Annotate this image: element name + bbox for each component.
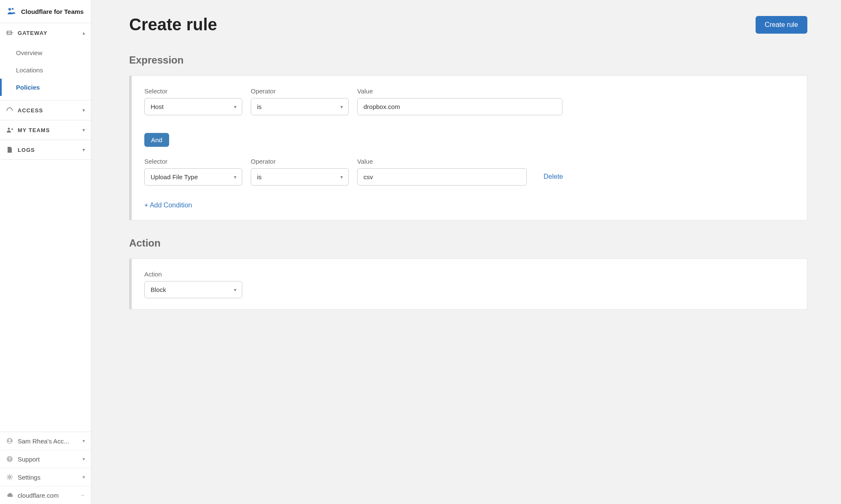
user-icon xyxy=(6,437,13,445)
operator-value-1: is xyxy=(251,98,349,115)
action-select[interactable]: Block xyxy=(144,281,242,298)
nav-header-logs[interactable]: LOGS ▾ xyxy=(0,140,91,159)
sidebar-item-overview[interactable]: Overview xyxy=(0,44,91,61)
nav-section-access: ACCESS ▾ xyxy=(0,101,91,120)
chevron-down-icon: ▾ xyxy=(82,456,85,462)
nav-section-myteams: MY TEAMS ▾ xyxy=(0,120,91,140)
brand-title: Cloudflare for Teams xyxy=(21,8,84,15)
expression-row-1: Selector Host Operator is Value xyxy=(144,88,794,115)
svg-point-10 xyxy=(9,439,11,441)
page-title: Create rule xyxy=(129,15,217,34)
chevron-down-icon: ▾ xyxy=(82,474,85,480)
expression-section-title: Expression xyxy=(129,54,807,66)
svg-line-19 xyxy=(11,479,12,480)
svg-line-21 xyxy=(11,475,12,476)
operator-field-2: Operator is xyxy=(251,158,349,186)
nav-header-gateway[interactable]: GATEWAY ▴ xyxy=(0,23,91,42)
expression-card: Selector Host Operator is Value And xyxy=(129,75,807,220)
action-card: Action Block xyxy=(129,258,807,310)
nav-header-label: LOGS xyxy=(18,147,78,153)
page-header: Create rule Create rule xyxy=(129,15,807,34)
svg-line-20 xyxy=(8,479,8,480)
selector-field-2: Selector Upload File Type xyxy=(144,158,242,186)
chevron-up-icon: ▴ xyxy=(82,30,85,36)
brand-header: Cloudflare for Teams xyxy=(0,0,91,23)
sidebar-item-policies[interactable]: Policies xyxy=(0,79,91,96)
nav-header-myteams[interactable]: MY TEAMS ▾ xyxy=(0,120,91,140)
arrow-right-icon: → xyxy=(80,492,85,498)
svg-point-0 xyxy=(8,8,11,11)
create-rule-button[interactable]: Create rule xyxy=(756,16,807,34)
logs-icon xyxy=(6,146,13,154)
nav-primary: GATEWAY ▴ Overview Locations Policies AC… xyxy=(0,23,91,432)
add-condition-link[interactable]: + Add Condition xyxy=(144,202,192,209)
action-field: Action Block xyxy=(144,271,242,298)
brand-icon xyxy=(7,8,17,15)
chevron-down-icon: ▾ xyxy=(82,107,85,113)
sidebar: Cloudflare for Teams GATEWAY ▴ Overview … xyxy=(0,0,91,504)
value-label: Value xyxy=(357,88,562,95)
sidebar-footer: Sam Rhea's Acc... ▾ ? Support ▾ Settings… xyxy=(0,432,91,504)
support-label: Support xyxy=(18,456,78,463)
settings-row[interactable]: Settings ▾ xyxy=(0,468,91,486)
action-value: Block xyxy=(144,281,242,298)
help-icon: ? xyxy=(6,455,13,463)
svg-point-1 xyxy=(12,8,13,10)
link-label: cloudflare.com xyxy=(18,492,76,499)
value-field-2: Value xyxy=(357,158,527,186)
action-label: Action xyxy=(144,271,242,278)
app-root: Cloudflare for Teams GATEWAY ▴ Overview … xyxy=(0,0,841,504)
chevron-down-icon: ▾ xyxy=(82,438,85,444)
value-field-1: Value xyxy=(357,88,562,115)
nav-header-label: MY TEAMS xyxy=(18,127,78,133)
value-input-1[interactable] xyxy=(357,98,562,115)
sidebar-item-locations[interactable]: Locations xyxy=(0,61,91,79)
operator-select-2[interactable]: is xyxy=(251,168,349,186)
access-icon xyxy=(6,106,13,114)
action-section-title: Action xyxy=(129,237,807,249)
svg-text:?: ? xyxy=(8,457,11,462)
and-badge[interactable]: And xyxy=(144,133,169,147)
operator-select-1[interactable]: is xyxy=(251,98,349,115)
account-label: Sam Rhea's Acc... xyxy=(18,438,78,445)
gear-icon xyxy=(6,473,13,481)
link-row[interactable]: cloudflare.com → xyxy=(0,486,91,504)
account-row[interactable]: Sam Rhea's Acc... ▾ xyxy=(0,432,91,450)
svg-point-13 xyxy=(9,476,11,478)
value-label: Value xyxy=(357,158,527,165)
nav-header-access[interactable]: ACCESS ▾ xyxy=(0,101,91,120)
selector-value-2: Upload File Type xyxy=(144,168,242,186)
myteams-icon xyxy=(6,126,13,134)
nav-section-gateway: GATEWAY ▴ Overview Locations Policies xyxy=(0,23,91,101)
expression-row-2: Selector Upload File Type Operator is Va… xyxy=(144,158,794,186)
svg-line-18 xyxy=(8,475,8,476)
selector-field-1: Selector Host xyxy=(144,88,242,115)
value-input-2[interactable] xyxy=(357,168,527,186)
gateway-icon xyxy=(6,29,13,37)
selector-label: Selector xyxy=(144,158,242,165)
selector-label: Selector xyxy=(144,88,242,95)
operator-label: Operator xyxy=(251,88,349,95)
svg-point-6 xyxy=(8,128,10,130)
chevron-down-icon: ▾ xyxy=(82,147,85,153)
delete-condition-link[interactable]: Delete xyxy=(544,173,563,186)
selector-select-2[interactable]: Upload File Type xyxy=(144,168,242,186)
cloud-icon xyxy=(6,491,13,499)
operator-field-1: Operator is xyxy=(251,88,349,115)
settings-label: Settings xyxy=(18,474,78,481)
support-row[interactable]: ? Support ▾ xyxy=(0,450,91,468)
operator-label: Operator xyxy=(251,158,349,165)
chevron-down-icon: ▾ xyxy=(82,127,85,133)
nav-children-gateway: Overview Locations Policies xyxy=(0,42,91,100)
nav-header-label: GATEWAY xyxy=(18,30,78,36)
selector-select-1[interactable]: Host xyxy=(144,98,242,115)
operator-value-2: is xyxy=(251,168,349,186)
nav-header-label: ACCESS xyxy=(18,107,78,114)
nav-section-logs: LOGS ▾ xyxy=(0,140,91,160)
selector-value-1: Host xyxy=(144,98,242,115)
main-content: Create rule Create rule Expression Selec… xyxy=(91,0,841,504)
